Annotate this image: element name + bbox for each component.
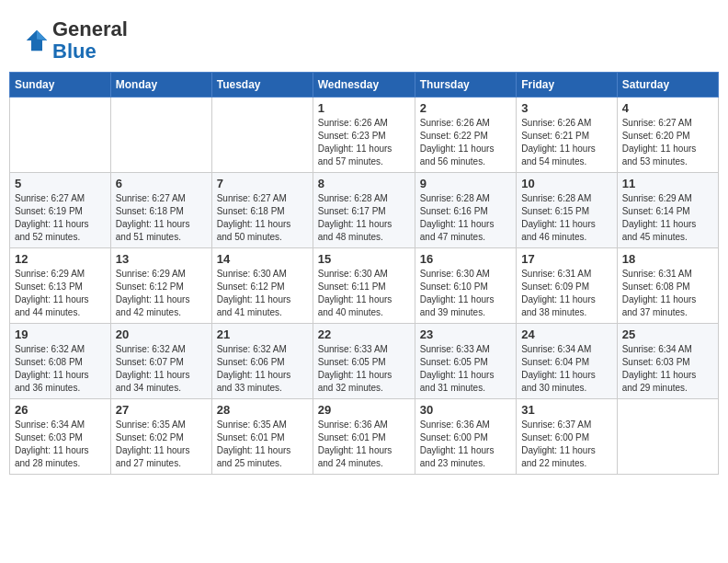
day-number: 14 — [217, 252, 308, 266]
calendar-cell: 19Sunrise: 6:32 AM Sunset: 6:08 PM Dayli… — [10, 324, 111, 399]
day-number: 2 — [420, 101, 511, 115]
day-number: 13 — [116, 252, 207, 266]
day-number: 23 — [420, 327, 511, 341]
day-number: 29 — [318, 403, 410, 417]
day-info: Sunrise: 6:29 AM Sunset: 6:12 PM Dayligh… — [116, 268, 207, 319]
weekday-header-friday: Friday — [517, 73, 618, 98]
day-info: Sunrise: 6:36 AM Sunset: 6:01 PM Dayligh… — [318, 419, 410, 470]
calendar-cell: 4Sunrise: 6:27 AM Sunset: 6:20 PM Daylig… — [617, 98, 718, 173]
day-number: 10 — [521, 177, 612, 190]
day-number: 16 — [420, 252, 511, 266]
day-info: Sunrise: 6:28 AM Sunset: 6:16 PM Dayligh… — [420, 192, 511, 244]
calendar-cell: 29Sunrise: 6:36 AM Sunset: 6:01 PM Dayli… — [313, 399, 415, 475]
day-info: Sunrise: 6:31 AM Sunset: 6:08 PM Dayligh… — [622, 268, 713, 319]
day-number: 25 — [622, 327, 713, 341]
calendar-header-row: SundayMondayTuesdayWednesdayThursdayFrid… — [10, 73, 719, 98]
day-number: 30 — [420, 403, 511, 417]
page-header: General Blue — [9, 9, 719, 67]
day-number: 6 — [116, 177, 207, 190]
weekday-header-sunday: Sunday — [10, 73, 111, 98]
weekday-header-tuesday: Tuesday — [211, 73, 313, 98]
day-info: Sunrise: 6:26 AM Sunset: 6:21 PM Dayligh… — [521, 117, 612, 168]
weekday-header-saturday: Saturday — [617, 73, 718, 98]
logo: General Blue — [23, 18, 128, 63]
calendar-cell: 3Sunrise: 6:26 AM Sunset: 6:21 PM Daylig… — [517, 98, 618, 173]
calendar-cell: 21Sunrise: 6:32 AM Sunset: 6:06 PM Dayli… — [211, 324, 313, 399]
calendar-cell — [617, 399, 718, 475]
day-number: 11 — [622, 177, 713, 190]
day-number: 15 — [318, 252, 410, 266]
calendar-body: 1Sunrise: 6:26 AM Sunset: 6:23 PM Daylig… — [10, 98, 719, 475]
calendar-cell: 16Sunrise: 6:30 AM Sunset: 6:10 PM Dayli… — [415, 248, 516, 324]
day-number: 20 — [116, 327, 207, 341]
day-number: 8 — [318, 177, 410, 190]
day-info: Sunrise: 6:31 AM Sunset: 6:09 PM Dayligh… — [521, 268, 612, 319]
day-info: Sunrise: 6:29 AM Sunset: 6:13 PM Dayligh… — [15, 268, 106, 319]
calendar-cell: 2Sunrise: 6:26 AM Sunset: 6:22 PM Daylig… — [415, 98, 516, 173]
calendar-cell: 13Sunrise: 6:29 AM Sunset: 6:12 PM Dayli… — [110, 248, 211, 324]
day-number: 5 — [15, 177, 106, 190]
calendar-cell — [110, 98, 211, 173]
calendar-cell: 18Sunrise: 6:31 AM Sunset: 6:08 PM Dayli… — [617, 248, 718, 324]
calendar-cell: 25Sunrise: 6:34 AM Sunset: 6:03 PM Dayli… — [617, 324, 718, 399]
day-info: Sunrise: 6:32 AM Sunset: 6:06 PM Dayligh… — [217, 343, 308, 395]
calendar-cell: 1Sunrise: 6:26 AM Sunset: 6:23 PM Daylig… — [313, 98, 415, 173]
calendar-cell: 8Sunrise: 6:28 AM Sunset: 6:17 PM Daylig… — [313, 173, 415, 248]
day-number: 21 — [217, 327, 308, 341]
calendar-week-row: 1Sunrise: 6:26 AM Sunset: 6:23 PM Daylig… — [10, 98, 719, 173]
day-info: Sunrise: 6:37 AM Sunset: 6:00 PM Dayligh… — [521, 419, 612, 470]
day-info: Sunrise: 6:30 AM Sunset: 6:11 PM Dayligh… — [318, 268, 410, 319]
day-number: 7 — [217, 177, 308, 190]
weekday-header-thursday: Thursday — [415, 73, 516, 98]
weekday-header-wednesday: Wednesday — [313, 73, 415, 98]
calendar-cell: 27Sunrise: 6:35 AM Sunset: 6:02 PM Dayli… — [110, 399, 211, 475]
calendar-cell: 10Sunrise: 6:28 AM Sunset: 6:15 PM Dayli… — [517, 173, 618, 248]
day-info: Sunrise: 6:27 AM Sunset: 6:18 PM Dayligh… — [217, 192, 308, 244]
day-info: Sunrise: 6:35 AM Sunset: 6:02 PM Dayligh… — [116, 419, 207, 470]
calendar-week-row: 12Sunrise: 6:29 AM Sunset: 6:13 PM Dayli… — [10, 248, 719, 324]
day-number: 31 — [521, 403, 612, 417]
calendar-cell: 26Sunrise: 6:34 AM Sunset: 6:03 PM Dayli… — [10, 399, 111, 475]
calendar-cell: 30Sunrise: 6:36 AM Sunset: 6:00 PM Dayli… — [415, 399, 516, 475]
day-info: Sunrise: 6:28 AM Sunset: 6:17 PM Dayligh… — [318, 192, 410, 244]
day-info: Sunrise: 6:26 AM Sunset: 6:22 PM Dayligh… — [420, 117, 511, 168]
day-number: 28 — [217, 403, 308, 417]
day-info: Sunrise: 6:36 AM Sunset: 6:00 PM Dayligh… — [420, 419, 511, 470]
logo-icon — [23, 27, 51, 54]
calendar-cell: 6Sunrise: 6:27 AM Sunset: 6:18 PM Daylig… — [110, 173, 211, 248]
day-info: Sunrise: 6:32 AM Sunset: 6:08 PM Dayligh… — [15, 343, 106, 395]
calendar-cell: 15Sunrise: 6:30 AM Sunset: 6:11 PM Dayli… — [313, 248, 415, 324]
day-info: Sunrise: 6:30 AM Sunset: 6:10 PM Dayligh… — [420, 268, 511, 319]
day-info: Sunrise: 6:29 AM Sunset: 6:14 PM Dayligh… — [622, 192, 713, 244]
calendar-week-row: 26Sunrise: 6:34 AM Sunset: 6:03 PM Dayli… — [10, 399, 719, 475]
day-number: 3 — [521, 101, 612, 115]
calendar-table: SundayMondayTuesdayWednesdayThursdayFrid… — [9, 72, 719, 475]
day-number: 26 — [15, 403, 106, 417]
calendar-cell — [211, 98, 313, 173]
calendar-week-row: 19Sunrise: 6:32 AM Sunset: 6:08 PM Dayli… — [10, 324, 719, 399]
day-info: Sunrise: 6:28 AM Sunset: 6:15 PM Dayligh… — [521, 192, 612, 244]
calendar-cell: 17Sunrise: 6:31 AM Sunset: 6:09 PM Dayli… — [517, 248, 618, 324]
calendar-cell: 28Sunrise: 6:35 AM Sunset: 6:01 PM Dayli… — [211, 399, 313, 475]
calendar-cell: 31Sunrise: 6:37 AM Sunset: 6:00 PM Dayli… — [517, 399, 618, 475]
calendar-cell: 22Sunrise: 6:33 AM Sunset: 6:05 PM Dayli… — [313, 324, 415, 399]
svg-marker-1 — [37, 30, 47, 40]
day-number: 18 — [622, 252, 713, 266]
day-number: 1 — [318, 101, 410, 115]
day-info: Sunrise: 6:34 AM Sunset: 6:04 PM Dayligh… — [521, 343, 612, 395]
calendar-cell: 12Sunrise: 6:29 AM Sunset: 6:13 PM Dayli… — [10, 248, 111, 324]
calendar-cell: 14Sunrise: 6:30 AM Sunset: 6:12 PM Dayli… — [211, 248, 313, 324]
calendar-cell: 5Sunrise: 6:27 AM Sunset: 6:19 PM Daylig… — [10, 173, 111, 248]
day-info: Sunrise: 6:33 AM Sunset: 6:05 PM Dayligh… — [420, 343, 511, 395]
day-info: Sunrise: 6:35 AM Sunset: 6:01 PM Dayligh… — [217, 419, 308, 470]
calendar-cell: 24Sunrise: 6:34 AM Sunset: 6:04 PM Dayli… — [517, 324, 618, 399]
day-info: Sunrise: 6:27 AM Sunset: 6:20 PM Dayligh… — [622, 117, 713, 168]
day-info: Sunrise: 6:32 AM Sunset: 6:07 PM Dayligh… — [116, 343, 207, 395]
day-info: Sunrise: 6:27 AM Sunset: 6:19 PM Dayligh… — [15, 192, 106, 244]
day-number: 4 — [622, 101, 713, 115]
day-number: 22 — [318, 327, 410, 341]
day-info: Sunrise: 6:26 AM Sunset: 6:23 PM Dayligh… — [318, 117, 410, 168]
weekday-header-monday: Monday — [110, 73, 211, 98]
calendar-cell: 7Sunrise: 6:27 AM Sunset: 6:18 PM Daylig… — [211, 173, 313, 248]
day-number: 24 — [521, 327, 612, 341]
